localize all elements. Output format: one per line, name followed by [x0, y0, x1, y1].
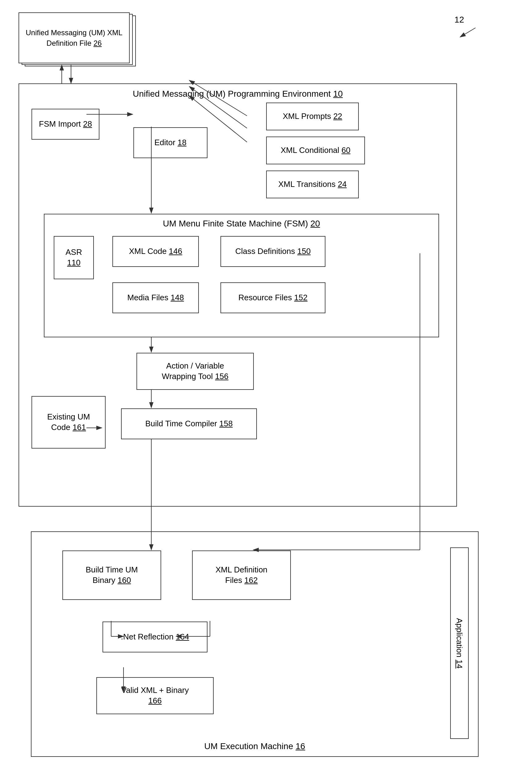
diagram: 12 Unified Messaging (UM) XMLDefinition …	[0, 0, 532, 776]
media-files-box: Media Files 148	[112, 282, 199, 313]
xml-transitions-text: XML Transitions 24	[278, 179, 347, 190]
ref-12-label: 12	[455, 15, 464, 25]
um-xml-file-text: Unified Messaging (UM) XMLDefinition Fil…	[26, 27, 122, 48]
resource-files-box: Resource Files 152	[221, 282, 325, 313]
media-files-text: Media Files 148	[127, 293, 184, 303]
class-definitions-box: Class Definitions 150	[221, 236, 325, 267]
svg-line-20	[460, 28, 476, 37]
um-programming-env-label: Unified Messaging (UM) Programming Envir…	[19, 89, 456, 99]
net-reflection-text: .Net Reflection 164	[121, 632, 189, 642]
asr-box: ASR110	[54, 236, 94, 279]
xml-prompts-box: XML Prompts 22	[266, 103, 359, 130]
um-execution-machine-label: UM Execution Machine 16	[31, 741, 478, 751]
fsm-container: UM Menu Finite State Machine (FSM) 20 AS…	[44, 214, 439, 337]
valid-xml-binary-text: Valid XML + Binary166	[121, 685, 189, 706]
fsm-import-text: FSM Import 28	[39, 119, 92, 130]
fsm-label: UM Menu Finite State Machine (FSM) 20	[44, 219, 439, 229]
resource-files-text: Resource Files 152	[238, 293, 307, 303]
class-definitions-text: Class Definitions 150	[235, 246, 311, 257]
um-programming-env-container: Unified Messaging (UM) Programming Envir…	[19, 83, 457, 507]
xml-code-box: XML Code 146	[112, 236, 199, 267]
application-box: Application 14	[450, 547, 469, 739]
action-variable-box: Action / VariableWrapping Tool 156	[137, 353, 254, 390]
um-execution-machine-container: UM Execution Machine 16 Build Time UMBin…	[31, 531, 479, 757]
xml-code-text: XML Code 146	[129, 246, 183, 257]
xml-conditional-text: XML Conditional 60	[281, 145, 350, 156]
existing-um-code-text: Existing UMCode 161	[47, 412, 90, 433]
um-xml-file-box: Unified Messaging (UM) XMLDefinition Fil…	[19, 12, 130, 63]
existing-um-code-box: Existing UMCode 161	[31, 396, 105, 448]
build-time-binary-text: Build Time UMBinary 160	[85, 565, 138, 586]
action-variable-text: Action / VariableWrapping Tool 156	[162, 361, 229, 382]
xml-prompts-text: XML Prompts 22	[283, 111, 342, 122]
build-time-compiler-box: Build Time Compiler 158	[121, 408, 257, 439]
application-label: Application 14	[455, 618, 464, 668]
valid-xml-binary-box: Valid XML + Binary166	[96, 677, 214, 714]
build-time-binary-box: Build Time UMBinary 160	[62, 551, 161, 600]
editor-text: Editor 18	[155, 138, 187, 148]
xml-conditional-box: XML Conditional 60	[266, 137, 365, 164]
fsm-import-box: FSM Import 28	[31, 109, 99, 140]
editor-box: Editor 18	[134, 127, 208, 158]
um-xml-file-stack: Unified Messaging (UM) XMLDefinition Fil…	[19, 12, 136, 68]
net-reflection-box: .Net Reflection 164	[102, 621, 208, 652]
build-time-compiler-text: Build Time Compiler 158	[145, 419, 233, 429]
asr-text: ASR110	[65, 247, 82, 268]
xml-def-files-text: XML DefinitionFiles 162	[216, 565, 267, 586]
xml-def-files-box: XML DefinitionFiles 162	[192, 551, 291, 600]
xml-transitions-box: XML Transitions 24	[266, 171, 359, 198]
